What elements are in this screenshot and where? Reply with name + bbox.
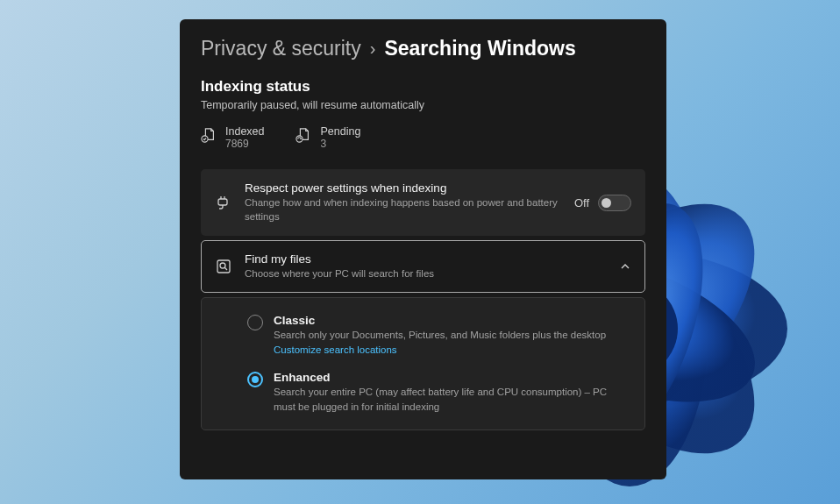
settings-panel: Privacy & security › Searching Windows I… xyxy=(180,19,666,479)
indexing-status-desc: Temporarily paused, will resume automati… xyxy=(201,99,645,111)
stat-pending: Pending 3 xyxy=(295,125,360,150)
stat-indexed-value: 7869 xyxy=(225,138,264,150)
find-my-files-desc: Choose where your PC will search for fil… xyxy=(245,266,607,280)
stat-indexed: Indexed 7869 xyxy=(201,125,264,150)
svg-rect-9 xyxy=(218,199,227,205)
svg-rect-12 xyxy=(217,260,230,273)
toggle-state-label: Off xyxy=(574,196,589,209)
file-check-icon xyxy=(201,127,217,143)
stat-pending-label: Pending xyxy=(320,125,360,138)
chevron-right-icon: › xyxy=(370,39,376,59)
find-my-files-title: Find my files xyxy=(245,252,607,266)
breadcrumb-current: Searching Windows xyxy=(384,37,575,60)
stat-pending-value: 3 xyxy=(320,138,360,150)
radio-enhanced[interactable] xyxy=(247,372,263,387)
svg-point-13 xyxy=(220,263,225,268)
radio-option-classic[interactable]: Classic Search only your Documents, Pict… xyxy=(247,314,627,355)
svg-point-8 xyxy=(296,136,303,142)
indexing-status-title: Indexing status xyxy=(201,78,645,96)
radio-classic-title: Classic xyxy=(274,314,627,327)
find-my-files-options: Classic Search only your Documents, Pict… xyxy=(201,297,645,430)
breadcrumb: Privacy & security › Searching Windows xyxy=(201,37,645,60)
stat-indexed-label: Indexed xyxy=(225,125,264,138)
indexing-stats: Indexed 7869 Pending 3 xyxy=(201,125,645,150)
file-search-icon xyxy=(215,258,232,275)
radio-classic-desc: Search only your Documents, Pictures, an… xyxy=(274,328,627,343)
respect-power-card[interactable]: Respect power settings when indexing Cha… xyxy=(201,169,645,236)
radio-enhanced-desc: Search your entire PC (may affect batter… xyxy=(274,385,627,414)
svg-line-14 xyxy=(224,268,227,271)
respect-power-desc: Change how and when indexing happens bas… xyxy=(245,195,562,224)
radio-enhanced-title: Enhanced xyxy=(274,371,627,384)
radio-classic[interactable] xyxy=(247,315,263,330)
radio-option-enhanced[interactable]: Enhanced Search your entire PC (may affe… xyxy=(247,371,627,414)
chevron-up-icon xyxy=(619,260,631,273)
find-my-files-card[interactable]: Find my files Choose where your PC will … xyxy=(201,240,645,293)
respect-power-toggle[interactable] xyxy=(598,195,631,211)
plug-icon xyxy=(215,194,232,211)
breadcrumb-parent[interactable]: Privacy & security xyxy=(201,37,361,60)
file-refresh-icon xyxy=(295,127,311,143)
respect-power-title: Respect power settings when indexing xyxy=(245,181,562,195)
customize-search-locations-link[interactable]: Customize search locations xyxy=(274,344,627,355)
